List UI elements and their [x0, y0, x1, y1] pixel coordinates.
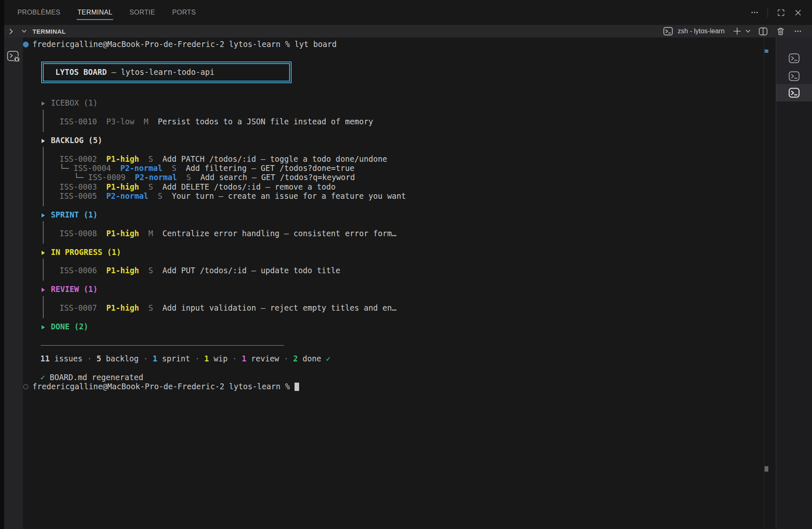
item-id: ISS-0005 [59, 192, 97, 200]
item-title: Your turn — create an issue for a featur… [172, 192, 406, 200]
item-priority: P1-high [106, 229, 139, 238]
tree-connector: └─ [59, 164, 74, 173]
item-title: Add filtering — GET /todos?done=true [186, 164, 354, 173]
item-size: S [172, 164, 176, 173]
item-title: Persist todos to a JSON file instead of … [158, 117, 373, 126]
item-size: S [149, 183, 153, 191]
item-id: ISS-0003 [59, 183, 97, 191]
maximize-panel-icon[interactable] [777, 8, 785, 17]
summary-separator: · [139, 354, 153, 363]
terminal-line [32, 331, 764, 341]
item-priority: P2-normal [120, 164, 162, 173]
item-size: S [149, 266, 153, 275]
item-priority: P1-high [106, 155, 139, 163]
close-panel-icon[interactable] [794, 9, 802, 17]
kill-terminal-icon[interactable] [776, 27, 785, 36]
summary-count: 1 [242, 354, 246, 363]
chevron-down-icon[interactable] [21, 28, 27, 35]
prompt-text: fredericgalline@MacBook-Pro-de-Frederic-… [32, 40, 295, 49]
regenerated-message: BOARD.md regenerated [50, 373, 144, 382]
tab-terminal[interactable]: TERMINAL [77, 6, 113, 20]
board-item-ISS-0009: └─ ISS-0009 P2-normal S Add search — GET… [32, 173, 764, 182]
triangle-icon [42, 139, 45, 143]
terminal-line [32, 127, 764, 136]
panel-actions [750, 0, 802, 25]
item-priority: P3-low [106, 117, 135, 126]
item-id: ISS-0006 [59, 266, 97, 275]
summary-separator: · [228, 354, 242, 363]
item-title: Add PATCH /todos/:id — toggle a todo don… [163, 155, 387, 163]
regenerated-line: ✓ BOARD.md regenerated [32, 373, 764, 382]
board-item-ISS-0003: ISS-0003 P1-high S Add DELETE /todos/:id… [32, 183, 764, 192]
section-label: DONE (2) [51, 322, 88, 331]
section-header-backlog: BACKLOG (5) [32, 136, 764, 145]
actions-separator [767, 7, 768, 17]
profile-chevron-icon[interactable] [745, 28, 751, 35]
section-label: IN PROGRESS (1) [51, 248, 121, 257]
summary-label: backlog [101, 354, 139, 363]
terminal-line [32, 238, 764, 247]
item-id: ISS-0008 [59, 229, 97, 238]
section-label: REVIEW (1) [51, 285, 98, 294]
command-decoration-icon[interactable] [23, 42, 29, 47]
item-size: S [149, 304, 153, 312]
section-body-backlog: ISS-0002 P1-high S Add PATCH /todos/:id … [32, 145, 764, 210]
item-id: ISS-0007 [59, 304, 97, 312]
summary-line: 11 issues · 5 backlog · 1 sprint · 1 wip… [32, 354, 764, 363]
section-body-review: ISS-0007 P1-high S Add input validation … [32, 294, 764, 322]
board-box-border: LYTOS BOARD — lytos-learn-todo-api [41, 62, 292, 83]
section-body-icebox: ISS-0010 P3-low M Persist todos to a JSO… [32, 108, 764, 136]
board-item-ISS-0005: ISS-0005 P2-normal S Your turn — create … [32, 192, 764, 201]
active-terminal-label[interactable]: zsh - lytos-learn [678, 27, 725, 35]
board-item-ISS-0008: ISS-0008 P1-high M Centralize error hand… [32, 229, 764, 238]
command-pending-icon[interactable] [23, 384, 28, 389]
section-body-sprint: ISS-0008 P1-high M Centralize error hand… [32, 220, 764, 247]
section-body-in-progress: ISS-0006 P1-high S Add PUT /todos/:id — … [32, 257, 764, 285]
panel-tab-list: PROBLÈMESTERMINALSORTIEPORTS [4, 0, 212, 25]
new-terminal-icon[interactable] [732, 26, 742, 36]
triangle-icon [42, 213, 45, 218]
item-size: S [158, 192, 162, 200]
terminal-tab-1[interactable] [776, 50, 812, 66]
terminal-line [32, 257, 764, 266]
item-priority: P2-normal [135, 173, 177, 182]
item-size: S [149, 155, 153, 163]
summary-label: sprint [157, 354, 190, 363]
check-icon: ✓ [40, 373, 50, 382]
split-terminal-icon[interactable] [758, 26, 768, 37]
item-title: Add search — GET /todos?q=keyword [201, 173, 355, 182]
item-title: Add input validation — reject empty titl… [163, 304, 397, 312]
terminal-lines: fredericgalline@MacBook-Pro-de-Frederic-… [23, 37, 764, 391]
section-header-in-progress: IN PROGRESS (1) [32, 248, 764, 257]
item-size: S [186, 173, 191, 182]
summary-divider [32, 345, 764, 354]
summary-count: 11 [40, 354, 50, 363]
section-header-done: DONE (2) [32, 322, 764, 331]
overview-mark-current [765, 466, 768, 472]
terminal-tab-3[interactable] [776, 84, 812, 101]
check-icon: ✓ [321, 354, 331, 363]
tab-ports[interactable]: PORTS [171, 6, 197, 20]
item-id: ISS-0004 [74, 164, 111, 173]
debug-terminal-icon[interactable] [5, 48, 21, 64]
terminal-line [32, 145, 764, 154]
terminal-line [32, 49, 764, 58]
terminal-tab-2[interactable] [776, 68, 812, 84]
terminal-line [32, 220, 764, 229]
command-text: lyt board [295, 40, 337, 49]
tree-connector: └─ [74, 173, 88, 182]
terminal-cursor [295, 383, 299, 391]
tab-sortie[interactable]: SORTIE [129, 6, 156, 20]
terminal-viewport[interactable]: fredericgalline@MacBook-Pro-de-Frederic-… [23, 37, 764, 529]
terminal-more-actions-icon[interactable] [794, 27, 802, 35]
chevron-right-icon[interactable] [7, 28, 15, 35]
summary-count: 1 [204, 354, 209, 363]
triangle-icon [42, 251, 45, 255]
summary-label: done [298, 354, 321, 363]
tab-problemes[interactable]: PROBLÈMES [17, 6, 61, 20]
triangle-icon [42, 101, 45, 106]
terminal-line [32, 108, 764, 117]
more-actions-icon[interactable] [750, 8, 759, 17]
terminal-line [32, 313, 764, 322]
terminal-line [32, 201, 764, 210]
